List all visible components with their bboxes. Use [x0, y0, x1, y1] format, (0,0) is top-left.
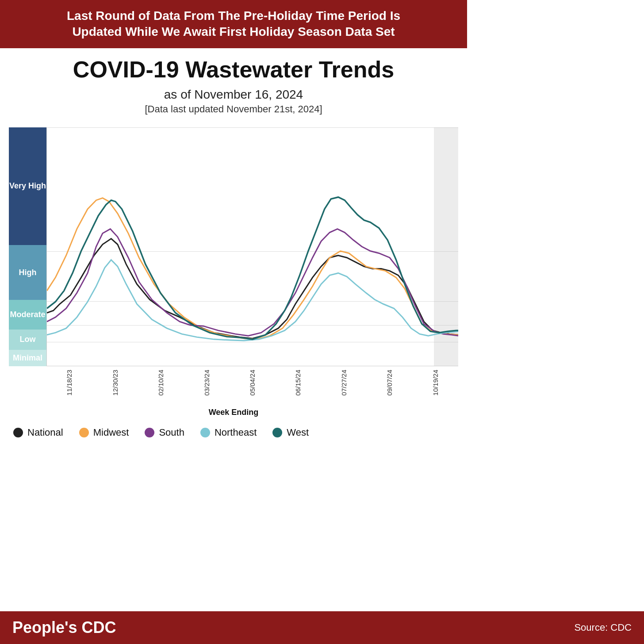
south-line: [47, 229, 458, 336]
x-tick-1: 12/30/23: [111, 370, 119, 395]
main-title: COVID-19 Wastewater Trends: [4, 57, 463, 82]
update-line: [Data last updated November 21st, 2024]: [4, 104, 463, 115]
y-label-minimal: Minimal: [9, 350, 46, 366]
x-axis-label: Week Ending: [9, 408, 458, 417]
y-label-low: Low: [9, 330, 46, 350]
legend: National Midwest South Northeast West: [0, 417, 467, 443]
header-banner: Last Round of Data From The Pre-Holiday …: [0, 0, 467, 48]
midwest-dot: [79, 428, 89, 437]
chart-area: [46, 127, 458, 366]
y-label-high: High: [9, 245, 46, 300]
title-section: COVID-19 Wastewater Trends as of Novembe…: [0, 48, 467, 119]
x-tick-7: 09/07/24: [386, 370, 393, 395]
x-tick-3: 03/23/24: [203, 370, 211, 395]
legend-northeast: Northeast: [200, 427, 257, 438]
legend-west: West: [272, 427, 309, 438]
legend-south: South: [145, 427, 184, 438]
header-line1: Last Round of Data From The Pre-Holiday …: [67, 9, 400, 23]
chart-svg: [47, 127, 458, 366]
south-dot: [145, 428, 154, 437]
legend-south-label: South: [159, 427, 184, 438]
x-tick-4: 05/04/24: [249, 370, 256, 395]
national-line: [47, 239, 458, 339]
x-tick-6: 07/27/24: [340, 370, 348, 395]
midwest-line: [47, 198, 458, 339]
date-line: as of November 16, 2024: [4, 88, 463, 102]
y-label-very-high: Very High: [9, 127, 46, 245]
northeast-dot: [200, 428, 210, 437]
header-line2: Updated While We Await First Holiday Sea…: [72, 25, 395, 38]
west-line: [47, 197, 458, 339]
x-tick-2: 02/10/24: [157, 370, 165, 395]
west-dot: [272, 428, 282, 437]
legend-national: National: [13, 427, 63, 438]
y-axis: Very High High Moderate Low Minimal: [9, 127, 46, 366]
legend-west-label: West: [287, 427, 309, 438]
northeast-line: [47, 260, 458, 341]
y-label-moderate: Moderate: [9, 300, 46, 329]
x-tick-8: 10/19/24: [432, 370, 439, 395]
legend-midwest-label: Midwest: [93, 427, 129, 438]
x-tick-0: 11/18/23: [65, 370, 73, 395]
legend-national-label: National: [27, 427, 63, 438]
legend-midwest: Midwest: [79, 427, 129, 438]
x-tick-5: 06/15/24: [294, 370, 302, 395]
national-dot: [13, 428, 23, 437]
legend-northeast-label: Northeast: [215, 427, 257, 438]
